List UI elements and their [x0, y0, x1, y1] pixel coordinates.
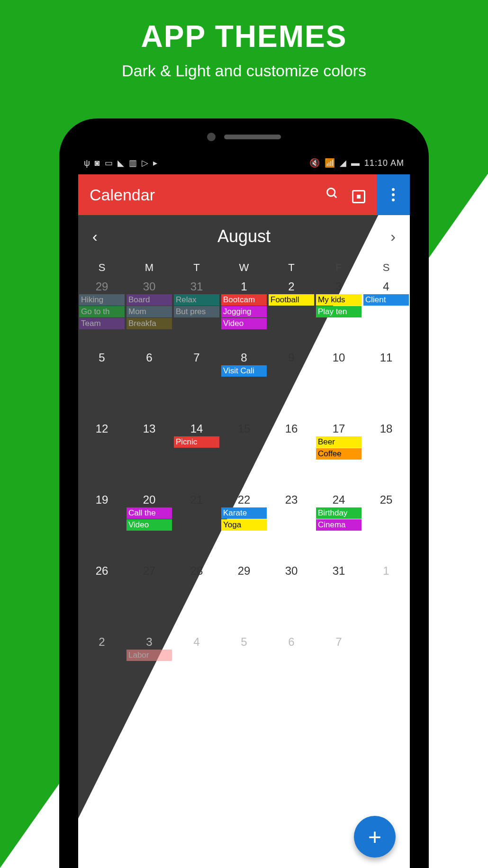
today-icon[interactable] — [352, 187, 365, 203]
event-chip[interactable]: Bootcam — [221, 294, 267, 306]
prev-month-button[interactable]: ‹ — [92, 228, 98, 245]
event-chip[interactable]: Football — [269, 294, 314, 306]
event-chip[interactable]: Client — [363, 294, 409, 306]
calendar-cell[interactable]: 3Labor — [126, 633, 173, 704]
calendar-cell[interactable] — [362, 633, 410, 704]
calendar-cell[interactable]: 2Football — [268, 278, 315, 349]
calendar-cell[interactable]: 28 — [173, 562, 220, 633]
calendar-cell[interactable]: 31 — [315, 562, 362, 633]
phone-screen: ψ ◙ ▭ ◣ ▥ ▷ ▸ 🔇 📶 ◢ ▬ 11:10 AM Calendar — [78, 152, 410, 868]
calendar-cell[interactable]: 18 — [362, 420, 410, 491]
calendar-cell[interactable]: 15 — [220, 420, 268, 491]
date-number: 9 — [269, 351, 314, 365]
signal-icon: ◢ — [340, 158, 346, 168]
event-chip[interactable]: Board — [127, 294, 172, 306]
calendar-cell[interactable]: 23 — [268, 491, 315, 562]
calendar-cell[interactable]: 26 — [78, 562, 126, 633]
event-chip[interactable]: Hiking — [79, 294, 125, 306]
status-icons-right: 🔇 📶 ◢ ▬ 11:10 AM — [309, 158, 404, 168]
calendar-cell[interactable]: 30BoardMomBreakfa — [126, 278, 173, 349]
calendar-cell[interactable]: 8Visit Cali — [220, 349, 268, 420]
calendar-cell[interactable]: 6 — [126, 349, 173, 420]
event-chip[interactable]: Picnic — [174, 436, 219, 448]
calendar-cell[interactable]: 31RelaxBut pres — [173, 278, 220, 349]
date-number: 28 — [174, 564, 219, 578]
calendar-cell[interactable]: 25 — [362, 491, 410, 562]
event-chip[interactable]: Video — [221, 318, 267, 329]
calendar-cell[interactable]: 5 — [220, 633, 268, 704]
calendar-cell[interactable]: 1BootcamJoggingVideo — [220, 278, 268, 349]
calendar-cell[interactable]: 1 — [362, 562, 410, 633]
calendar-cell[interactable]: 19 — [78, 491, 126, 562]
date-number: 5 — [79, 351, 125, 365]
date-number: 7 — [316, 635, 361, 649]
month-header: ‹ August › — [78, 215, 410, 258]
battery-icon: ▬ — [351, 158, 360, 168]
event-chip[interactable]: Call the — [127, 507, 172, 519]
calendar-cell[interactable]: 4Client — [362, 278, 410, 349]
event-chip[interactable]: Relax — [174, 294, 219, 306]
add-event-fab[interactable]: + — [354, 816, 396, 858]
calendar-cell[interactable]: 20Call theVideo — [126, 491, 173, 562]
event-chip[interactable]: Yoga — [221, 519, 267, 531]
calendar-cell[interactable]: 3My kidsPlay ten — [315, 278, 362, 349]
month-label: August — [217, 226, 271, 246]
calendar-cell[interactable]: 6 — [268, 633, 315, 704]
search-icon[interactable] — [325, 187, 339, 203]
calendar-cell[interactable]: 5 — [78, 349, 126, 420]
calendar-cell[interactable]: 14Picnic — [173, 420, 220, 491]
event-chip[interactable]: Breakfa — [127, 318, 172, 329]
app-title: Calendar — [90, 186, 312, 204]
calendar-cell[interactable]: 22KarateYoga — [220, 491, 268, 562]
date-number: 11 — [363, 351, 409, 365]
calendar-cell[interactable]: 7 — [315, 633, 362, 704]
event-chip[interactable]: Video — [127, 519, 172, 531]
next-month-button[interactable]: › — [390, 228, 396, 245]
calendar-cell[interactable]: 10 — [315, 349, 362, 420]
event-chip[interactable]: Visit Cali — [221, 365, 267, 377]
calendar-cell[interactable]: 7 — [173, 349, 220, 420]
date-number: 19 — [79, 493, 125, 507]
calendar-cell[interactable]: 29HikingGo to thTeam — [78, 278, 126, 349]
calendar-cell[interactable]: 4 — [173, 633, 220, 704]
event-chip[interactable]: Go to th — [79, 306, 125, 317]
event-chip[interactable]: Jogging — [221, 306, 267, 317]
calendar-cell[interactable]: 16 — [268, 420, 315, 491]
overflow-menu[interactable] — [377, 174, 410, 215]
calendar-cell[interactable]: 24BirthdayCinema — [315, 491, 362, 562]
app-bar-main: Calendar — [78, 174, 377, 215]
event-chip[interactable]: But pres — [174, 306, 219, 317]
event-chip[interactable]: Play ten — [316, 306, 361, 317]
calendar-cell[interactable]: 13 — [126, 420, 173, 491]
calendar-cell[interactable]: 11 — [362, 349, 410, 420]
event-chip[interactable]: Coffee — [316, 448, 361, 460]
calendar-cell[interactable]: 29 — [220, 562, 268, 633]
date-number: 25 — [363, 493, 409, 507]
event-chip[interactable]: Mom — [127, 306, 172, 317]
date-number: 17 — [316, 422, 361, 436]
calendar-cell[interactable]: 27 — [126, 562, 173, 633]
event-chip[interactable]: Birthday — [316, 507, 361, 519]
date-number: 2 — [269, 280, 314, 294]
calendar-cell[interactable]: 30 — [268, 562, 315, 633]
calendar-cell[interactable]: 2 — [78, 633, 126, 704]
event-chip[interactable]: Beer — [316, 436, 361, 448]
barcode-icon: ▥ — [129, 158, 137, 168]
date-number: 16 — [269, 422, 314, 436]
event-chip[interactable]: My kids — [316, 294, 361, 306]
event-chip[interactable]: Cinema — [316, 519, 361, 531]
calendar-cell[interactable]: 17BeerCoffee — [315, 420, 362, 491]
camera-icon: ◙ — [95, 158, 100, 168]
calendar-cell[interactable]: 9 — [268, 349, 315, 420]
dow-label: T — [268, 262, 315, 274]
clock: 11:10 AM — [364, 158, 404, 168]
date-number: 1 — [363, 564, 409, 578]
event-chip[interactable]: Labor — [127, 650, 172, 661]
gallery-icon: ▭ — [105, 158, 113, 168]
event-chip[interactable]: Karate — [221, 507, 267, 519]
calendar-cell[interactable]: 21 — [173, 491, 220, 562]
event-chip[interactable]: Team — [79, 318, 125, 329]
date-number: 31 — [316, 564, 361, 578]
app-icon: ◣ — [117, 158, 124, 168]
calendar-cell[interactable]: 12 — [78, 420, 126, 491]
